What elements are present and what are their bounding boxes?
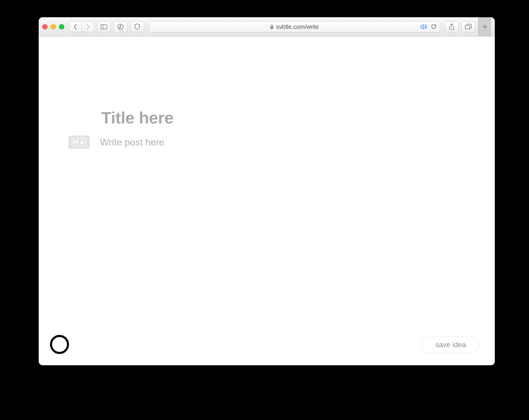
chevron-right-icon: [86, 24, 90, 29]
save-idea-button[interactable]: save idea: [422, 336, 479, 353]
reload-icon: [431, 24, 437, 30]
forward-button[interactable]: [82, 21, 94, 32]
back-button[interactable]: [69, 21, 82, 32]
markdown-toggle[interactable]: [68, 136, 90, 149]
share-button[interactable]: [445, 21, 458, 32]
sound-icon[interactable]: [420, 24, 427, 30]
address-bar-content: svbtle.com/write: [270, 23, 319, 30]
adblock-button[interactable]: [130, 21, 144, 32]
home-button[interactable]: [50, 335, 69, 354]
chevron-left-icon: [73, 24, 77, 29]
window-controls: [42, 24, 64, 29]
svg-rect-3: [270, 26, 273, 29]
sidebar-icon: [101, 24, 107, 29]
share-icon: [449, 23, 454, 30]
markdown-icon: [72, 138, 86, 146]
reload-button[interactable]: [431, 24, 437, 30]
close-window-button[interactable]: [42, 24, 48, 29]
svg-rect-0: [101, 24, 107, 29]
browser-window: svbtle.com/write: [39, 17, 495, 365]
minimize-window-button[interactable]: [51, 24, 56, 29]
browser-toolbar: svbtle.com/write: [39, 17, 495, 37]
lock-icon: [270, 24, 274, 29]
plus-icon: [482, 24, 488, 29]
sidebar-toggle-button[interactable]: [97, 21, 111, 32]
tabs-icon: [465, 24, 472, 30]
tabs-button[interactable]: [461, 21, 475, 32]
post-body-input[interactable]: [100, 136, 444, 149]
page-content: save idea: [39, 37, 495, 365]
new-tab-button[interactable]: [478, 17, 491, 36]
onepassword-icon: [117, 23, 124, 30]
svg-rect-4: [465, 25, 470, 29]
post-title-input[interactable]: [101, 108, 444, 127]
nav-buttons: [69, 21, 94, 32]
address-bar[interactable]: svbtle.com/write: [149, 21, 440, 32]
post-editor: [101, 108, 444, 149]
shield-icon: [134, 23, 140, 30]
url-text: svbtle.com/write: [276, 23, 319, 30]
fullscreen-window-button[interactable]: [59, 24, 64, 29]
onepassword-button[interactable]: [114, 21, 127, 32]
